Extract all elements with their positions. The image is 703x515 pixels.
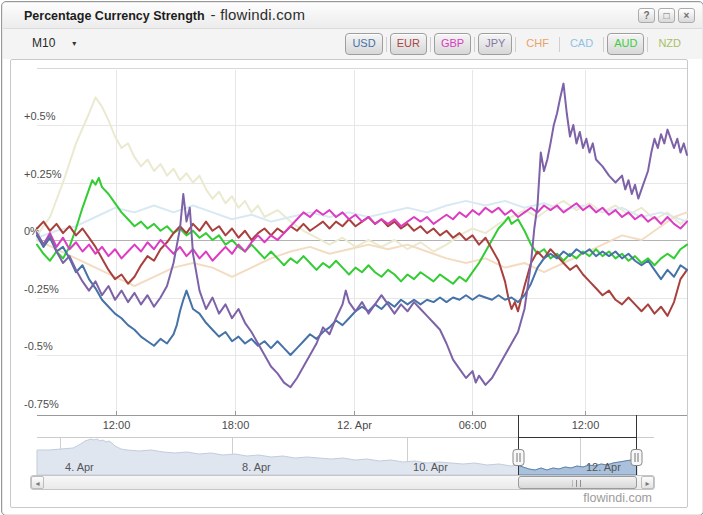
- navigator-handle-left[interactable]: [513, 450, 524, 466]
- scroll-right-arrow[interactable]: ▸: [641, 476, 654, 489]
- series-line-jpy: [37, 84, 687, 388]
- scroll-left-arrow[interactable]: ◂: [31, 476, 44, 489]
- horizontal-scrollbar[interactable]: ◂ ▸: [30, 475, 655, 490]
- x-axis-label: 18:00: [222, 419, 250, 431]
- scrollbar-thumb[interactable]: [518, 476, 637, 489]
- series-line-eur: [37, 217, 687, 316]
- watermark: flowindi.com: [583, 491, 652, 505]
- series-line-aud: [37, 178, 687, 284]
- y-axis-label: -0.25%: [24, 283, 59, 295]
- thumb-grip-icon: [572, 480, 583, 487]
- x-axis-label: 12:00: [103, 419, 131, 431]
- y-axis-label: +0.25%: [24, 168, 62, 180]
- navigator-date-label: 10. Apr: [413, 461, 448, 473]
- navigator-handle-right[interactable]: [631, 450, 642, 466]
- x-axis-label: 06:00: [459, 419, 487, 431]
- navigator-handle-right-grip[interactable]: [631, 450, 642, 466]
- y-axis-label: -0.75%: [24, 398, 59, 410]
- x-axis-label: 12. Apr: [337, 419, 372, 431]
- navigator-handle-left-grip[interactable]: [513, 450, 524, 466]
- series-line-usd: [37, 235, 687, 355]
- strength-chart: 12:0018:0012. Apr06:0012:00+0.5%+0.25%0%…: [2, 2, 703, 515]
- series-line-nzd: [37, 97, 687, 251]
- x-axis-label: 12:00: [572, 419, 600, 431]
- app-window: Percentage Currency Strength - flowindi.…: [1, 1, 703, 515]
- y-axis-label: +0.5%: [24, 110, 56, 122]
- navigator-date-label: 8. Apr: [242, 461, 271, 473]
- navigator-date-label: 4. Apr: [65, 461, 94, 473]
- y-axis-label: -0.5%: [24, 340, 53, 352]
- navigator-date-label: 12. Apr: [586, 461, 621, 473]
